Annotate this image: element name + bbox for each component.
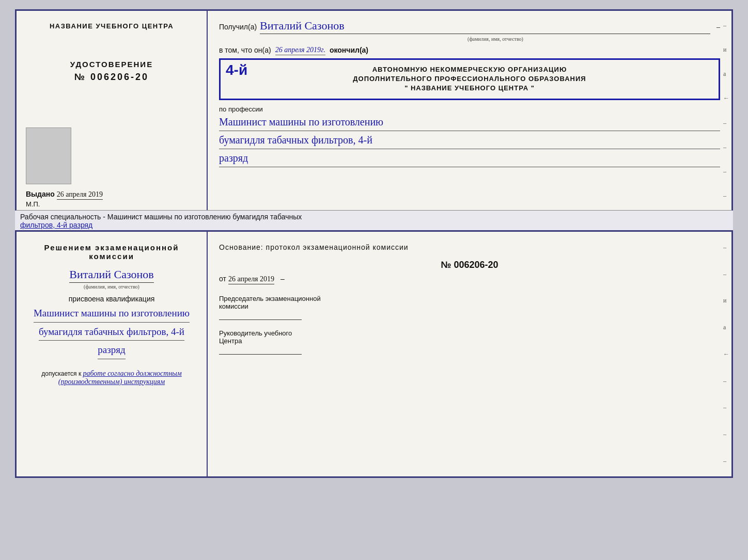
- director-label: Руководитель учебного: [219, 329, 292, 337]
- decision-title: Решением экзаменационной комиссии: [26, 243, 197, 261]
- vtom-label: в том, что он(а): [219, 46, 271, 54]
- person-name-cursive: Виталий Сазонов: [69, 268, 153, 283]
- cert-label: УДОСТОВЕРЕНИЕ: [70, 60, 153, 69]
- ot-label: от: [219, 275, 226, 283]
- admits-text2: (производственным) инструкциям: [58, 378, 165, 386]
- admits-text: работе согласно должностным: [83, 370, 182, 377]
- photo-placeholder: [26, 127, 71, 184]
- bottom-document: Решением экзаменационной комиссии Витали…: [15, 230, 733, 478]
- director-label2: Центра: [219, 337, 242, 345]
- stamp-box: 4-й АВТОНОМНУЮ НЕКОММЕРЧЕСКУЮ ОРГАНИЗАЦИ…: [219, 58, 720, 100]
- top-left-panel: НАЗВАНИЕ УЧЕБНОГО ЦЕНТРА УДОСТОВЕРЕНИЕ №…: [17, 11, 208, 210]
- osnov-title: Основание: протокол экзаменационной коми…: [219, 243, 720, 251]
- profession-line2: бумагидля табачных фильтров, 4-й: [219, 132, 720, 149]
- chairman-sig-line: [219, 319, 302, 320]
- mp-label: М.П.: [26, 200, 40, 208]
- issued-line: Выдано 26 апреля 2019: [26, 190, 197, 200]
- profession-label: по профессии: [219, 105, 720, 113]
- received-name: Виталий Сазонов: [260, 19, 710, 34]
- issued-label: Выдано: [26, 190, 55, 198]
- stamp-line3: " НАЗВАНИЕ УЧЕБНОГО ЦЕНТРА ": [228, 84, 711, 93]
- bottom-right-panel: Основание: протокол экзаменационной коми…: [208, 232, 731, 476]
- profession-line1: Машинист машины по изготовлению: [219, 114, 720, 131]
- chairman-label: Председатель экзаменационной: [219, 295, 321, 302]
- vtom-date: 26 апреля 2019г.: [275, 46, 325, 55]
- admits-label: допускается к работе согласно должностны…: [41, 370, 182, 378]
- received-line: Получил(а) Виталий Сазонов –: [219, 19, 720, 34]
- protocol-number: № 006206-20: [219, 260, 720, 270]
- okoncil-label: окончил(а): [330, 46, 368, 54]
- stamp-line1: АВТОНОМНУЮ НЕКОММЕРЧЕСКУЮ ОРГАНИЗАЦИЮ: [228, 65, 711, 74]
- side-dashes-top: – и а ← – – – –: [723, 11, 729, 210]
- bottom-left-panel: Решением экзаменационной комиссии Витали…: [17, 232, 208, 476]
- separator-text-underline: фильтров, 4-й разряд: [20, 221, 92, 229]
- director-sig-line: [219, 354, 302, 355]
- dash-after-name: –: [716, 23, 720, 31]
- top-right-panel: Получил(а) Виталий Сазонов – (фамилия, и…: [208, 11, 731, 210]
- ot-line: от 26 апреля 2019 –: [219, 275, 720, 284]
- received-label: Получил(а): [219, 23, 257, 31]
- director-block: Руководитель учебного Центра: [219, 329, 720, 355]
- assigned-label: присвоена квалификация: [69, 295, 155, 303]
- top-document: НАЗВАНИЕ УЧЕБНОГО ЦЕНТРА УДОСТОВЕРЕНИЕ №…: [15, 9, 733, 211]
- qualification-line3: разряд: [98, 343, 125, 359]
- profession-line3: разряд: [219, 150, 720, 167]
- cert-number: № 006206-20: [74, 72, 149, 83]
- fio-hint-top: (фамилия, имя, отчество): [271, 36, 720, 42]
- training-center-title: НАЗВАНИЕ УЧЕБНОГО ЦЕНТРА: [50, 22, 174, 30]
- chairman-block: Председатель экзаменационной комиссии: [219, 295, 720, 320]
- separator-text-normal: Рабочая специальность - Машинист машины …: [20, 213, 302, 221]
- separator-label: Рабочая специальность - Машинист машины …: [15, 211, 733, 230]
- qualification-line1: Машинист машины по изготовлению: [34, 306, 190, 323]
- fio-hint-bottom: (фамилия, имя, отчество): [84, 284, 139, 290]
- vtom-block: в том, что он(а) 26 апреля 2019г. окончи…: [219, 46, 720, 55]
- qualification-line2: бумагидля табачных фильтров, 4-й: [39, 325, 184, 341]
- side-dashes-bottom: – – и а ← – – – –: [723, 232, 729, 476]
- stamp-num: 4-й: [226, 62, 247, 78]
- chairman-label2: комиссии: [219, 302, 248, 310]
- ot-date: 26 апреля 2019: [228, 275, 274, 284]
- stamp-line2: ДОПОЛНИТЕЛЬНОГО ПРОФЕССИОНАЛЬНОГО ОБРАЗО…: [228, 74, 711, 84]
- ot-dash: –: [280, 275, 285, 283]
- issued-date: 26 апреля 2019: [57, 190, 103, 200]
